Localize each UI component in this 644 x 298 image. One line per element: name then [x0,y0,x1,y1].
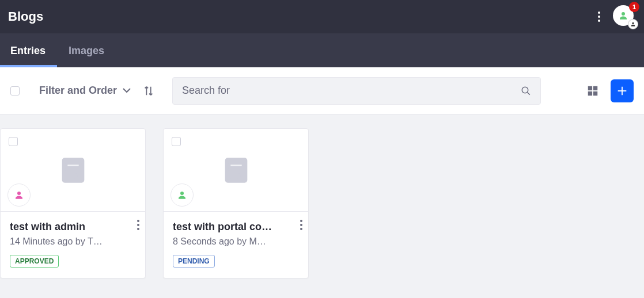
svg-rect-24 [229,174,238,177]
app-header: Blogs 1 [0,0,644,33]
card-actions-menu[interactable] [137,220,139,230]
svg-point-26 [300,220,302,222]
card-subtitle: 14 Minutes ago by T… [10,236,136,247]
svg-point-19 [137,224,139,226]
filter-and-order-dropdown[interactable]: Filter and Order [39,85,131,97]
card-subtitle: 8 Seconds ago by M… [173,236,299,247]
document-icon [219,154,253,187]
avatar-sub [628,19,638,29]
svg-point-27 [300,224,302,226]
svg-point-2 [598,20,600,22]
search-icon [521,86,531,96]
document-icon [56,154,90,187]
select-all-checkbox[interactable] [10,86,20,95]
ellipsis-vertical-icon [300,220,302,230]
svg-rect-16 [66,174,75,177]
tabbar: Entries Images [0,33,644,67]
svg-rect-15 [66,170,75,173]
svg-rect-7 [588,86,592,90]
toolbar: Filter and Order [0,67,644,114]
svg-point-5 [522,87,528,93]
svg-rect-14 [66,163,79,167]
plus-icon [616,85,628,97]
header-overflow-menu[interactable] [594,8,604,25]
search-field[interactable] [172,77,541,105]
status-badge: PENDING [173,255,215,268]
card-title: test with portal co… [173,221,299,233]
entries-grid: test with admin 14 Minutes ago by T… APP… [0,114,644,292]
user-small-icon [630,21,636,27]
svg-rect-10 [593,91,597,95]
add-button[interactable] [611,79,634,102]
card-title: test with admin [10,221,136,233]
user-avatar[interactable]: 1 [613,5,636,28]
header-actions: 1 [594,5,636,28]
svg-point-4 [632,22,634,24]
svg-rect-8 [593,86,597,90]
tab-images[interactable]: Images [69,35,104,67]
svg-rect-9 [588,91,592,95]
card-body: test with portal co… 8 Seconds ago by M…… [164,212,308,278]
card-actions-menu[interactable] [300,220,302,230]
filter-label: Filter and Order [39,85,117,97]
entry-card[interactable]: test with portal co… 8 Seconds ago by M…… [163,128,309,278]
card-preview [1,129,145,212]
card-checkbox[interactable] [172,137,181,146]
user-icon [14,190,24,200]
notification-badge: 1 [629,2,639,12]
card-preview [164,129,308,212]
svg-point-1 [598,16,600,18]
svg-point-0 [598,12,600,14]
card-checkbox[interactable] [9,137,18,146]
svg-line-6 [527,92,530,95]
sort-arrows-icon [142,85,155,97]
card-body: test with admin 14 Minutes ago by T… APP… [1,212,145,278]
user-icon [618,10,628,21]
svg-point-28 [300,228,302,230]
svg-rect-22 [229,163,243,167]
entry-card[interactable]: test with admin 14 Minutes ago by T… APP… [0,128,146,278]
svg-point-17 [17,192,21,195]
ellipsis-vertical-icon [598,12,600,22]
grid-view-icon [586,85,599,97]
ellipsis-vertical-icon [137,220,139,230]
svg-rect-23 [229,170,238,173]
svg-point-25 [180,192,184,195]
status-badge: APPROVED [10,255,59,268]
page-title: Blogs [8,9,43,24]
view-mode-button[interactable] [586,85,599,97]
svg-point-20 [137,228,139,230]
svg-point-18 [137,220,139,222]
author-avatar [171,184,194,207]
caret-down-icon [123,88,131,94]
tab-entries[interactable]: Entries [10,35,46,67]
svg-point-3 [622,12,625,16]
search-input[interactable] [182,85,521,97]
author-avatar [7,184,31,207]
user-icon [177,190,187,200]
sort-direction-button[interactable] [142,85,155,97]
